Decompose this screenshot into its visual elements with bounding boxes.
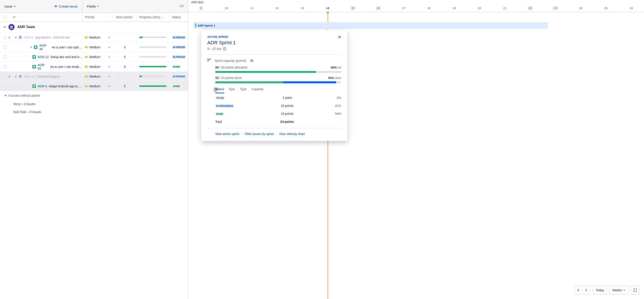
tab-epic[interactable]: Epic bbox=[229, 87, 235, 93]
priority-dropdown[interactable] bbox=[108, 36, 110, 39]
columns-header: # Priority Story points Progress (story … bbox=[0, 13, 188, 22]
team-name: ADR Team bbox=[17, 25, 35, 29]
issue-title: As a user I can upda... bbox=[52, 46, 82, 49]
day-cell[interactable]: 24 bbox=[568, 6, 594, 10]
priority-dropdown[interactable] bbox=[108, 46, 110, 49]
priority-dropdown[interactable] bbox=[108, 75, 110, 78]
next-button[interactable] bbox=[582, 287, 590, 293]
day-cell[interactable]: 20 bbox=[467, 6, 492, 10]
status-badge[interactable]: IN PROGR bbox=[172, 55, 186, 59]
issue-dropdown[interactable]: Issue bbox=[4, 4, 16, 8]
status-badge[interactable]: IN PROGR bbox=[172, 36, 186, 39]
row-checkbox[interactable] bbox=[4, 36, 7, 39]
status-badge[interactable]: DONE bbox=[172, 84, 181, 88]
svg-rect-10 bbox=[216, 90, 218, 91]
story-points bbox=[113, 72, 136, 81]
close-button[interactable] bbox=[338, 36, 341, 40]
expand-toggle[interactable] bbox=[15, 75, 17, 78]
issue-row[interactable]: 2 ADR-22 Payment logging Medium IN PROGR bbox=[0, 72, 188, 81]
issue-row[interactable]: ADR-45 As a user I can enabl... Medium 8… bbox=[0, 62, 188, 72]
row-checkbox[interactable] bbox=[4, 85, 7, 88]
col-priority-header: Priority bbox=[82, 13, 113, 21]
info-icon[interactable] bbox=[223, 47, 226, 50]
issue-row[interactable]: ADR-9 Adapt Android app to ... Medium 5 … bbox=[0, 81, 188, 91]
status-badge[interactable]: IN PROGR bbox=[172, 75, 186, 78]
issue-key[interactable]: ADR-44 bbox=[39, 44, 50, 51]
issue-row[interactable]: ADR-44 As a user I can upda... Medium 5 … bbox=[0, 42, 188, 52]
story-points: 5 bbox=[113, 42, 136, 52]
team-avatar-icon bbox=[8, 24, 15, 30]
day-cell[interactable]: 22 bbox=[518, 6, 543, 10]
priority-dropdown[interactable] bbox=[108, 84, 110, 88]
progress-bar bbox=[139, 76, 166, 77]
tab-capacity[interactable]: Capacity bbox=[252, 87, 263, 93]
priority-dropdown[interactable] bbox=[108, 55, 110, 59]
status-badge[interactable]: IN PROGR bbox=[172, 46, 186, 49]
priority-label: Medium bbox=[89, 36, 100, 39]
row-checkbox[interactable] bbox=[4, 75, 7, 78]
priority-label: Medium bbox=[89, 75, 100, 78]
unit-dropdown[interactable]: Weeks bbox=[610, 286, 628, 294]
done-bar bbox=[215, 81, 341, 83]
priority-medium-icon bbox=[85, 76, 88, 77]
day-cell[interactable]: 9 bbox=[188, 6, 214, 10]
day-cell[interactable]: 15 bbox=[340, 6, 366, 10]
issue-key[interactable]: ADR-9 bbox=[38, 84, 47, 88]
story-icon bbox=[32, 55, 36, 59]
issue-row[interactable]: ADR-12 Setup dev and and b... Medium 5 I… bbox=[0, 52, 188, 62]
day-cell[interactable]: 11 bbox=[239, 6, 264, 10]
day-cell[interactable]: 14 bbox=[315, 6, 340, 10]
fields-dropdown[interactable]: Fields bbox=[87, 4, 99, 8]
day-cell[interactable]: 25 bbox=[594, 6, 619, 10]
create-issue-label: Create issue bbox=[59, 4, 78, 8]
row-checkbox[interactable] bbox=[4, 65, 7, 68]
issue-key[interactable]: ADR-5 bbox=[24, 36, 33, 39]
day-cell[interactable]: 12 bbox=[264, 6, 290, 10]
col-num-header: # bbox=[13, 15, 82, 19]
fullscreen-button[interactable] bbox=[631, 286, 640, 294]
day-cell[interactable]: 23 bbox=[543, 6, 568, 10]
popover-link[interactable]: View velocity chart bbox=[279, 132, 305, 136]
svg-rect-8 bbox=[214, 88, 215, 91]
expand-toggle[interactable] bbox=[30, 46, 32, 48]
day-cell[interactable]: 13 bbox=[290, 6, 315, 10]
team-row[interactable]: ADR Team bbox=[0, 22, 188, 32]
sprint-bar[interactable]: ADR Sprint 1 bbox=[194, 22, 548, 29]
issue-key[interactable]: ADR-22 bbox=[24, 75, 35, 78]
dates-text: 9 – 22 Apr bbox=[207, 47, 222, 50]
status-badge: IN PROGRESS bbox=[215, 104, 234, 108]
status-badge[interactable]: DONE bbox=[172, 65, 181, 68]
priority-dropdown[interactable] bbox=[108, 65, 110, 68]
no-parent-group[interactable]: 0 issues without parent bbox=[0, 91, 188, 100]
row-checkbox[interactable] bbox=[4, 46, 7, 49]
day-cell[interactable]: 16 bbox=[366, 6, 391, 10]
today-button[interactable]: Today bbox=[593, 286, 606, 294]
select-all-checkbox[interactable] bbox=[4, 16, 7, 18]
day-cell[interactable]: 19 bbox=[442, 6, 467, 10]
issue-key[interactable]: ADR-12 bbox=[38, 55, 49, 59]
svg-point-3 bbox=[224, 48, 225, 48]
popover-link[interactable]: View active sprint bbox=[215, 132, 240, 136]
issue-title: App Basics - Android test bbox=[35, 36, 70, 39]
collapse-panel-icon[interactable] bbox=[180, 4, 184, 8]
progress-bar bbox=[139, 56, 166, 58]
issue-row[interactable]: 1 ADR-5 App Basics - Android test Medium… bbox=[0, 32, 188, 42]
view-mode-icon[interactable] bbox=[214, 88, 218, 92]
progress-bar bbox=[139, 46, 166, 48]
day-cell[interactable]: 17 bbox=[391, 6, 416, 10]
prev-button[interactable] bbox=[574, 287, 582, 293]
expand-toggle[interactable] bbox=[15, 36, 17, 38]
fields-label: Fields bbox=[87, 4, 96, 8]
popover-link[interactable]: Filter issues by sprint bbox=[245, 132, 274, 136]
no-parent-label: 0 issues without parent bbox=[8, 94, 40, 97]
priority-medium-icon bbox=[85, 85, 88, 87]
day-cell[interactable]: 21 bbox=[492, 6, 518, 10]
create-issue-button[interactable]: Create issue bbox=[54, 4, 78, 8]
row-checkbox[interactable] bbox=[4, 56, 7, 58]
tab-type[interactable]: Type bbox=[240, 87, 246, 93]
day-cell[interactable]: 10 bbox=[214, 6, 239, 10]
total-points: 24 points bbox=[280, 120, 294, 124]
issue-key[interactable]: ADR-45 bbox=[38, 63, 49, 70]
day-cell[interactable]: 18 bbox=[416, 6, 442, 10]
day-cell[interactable]: 26 bbox=[619, 6, 644, 10]
